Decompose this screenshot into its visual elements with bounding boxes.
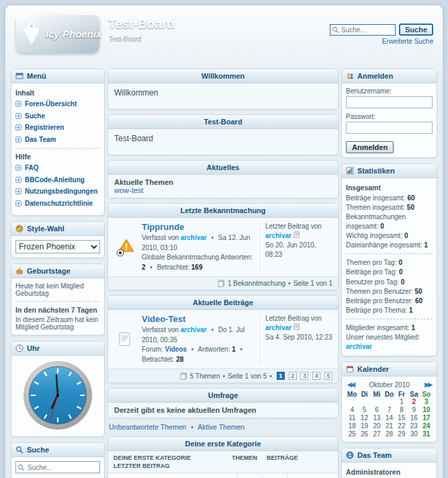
list-link[interactable]: Foren-Übersicht [25, 100, 77, 109]
list-link[interactable]: FAQ [25, 164, 39, 173]
calendar-day[interactable] [371, 398, 383, 405]
stat-value: 1 [409, 307, 413, 314]
calendar-day[interactable]: 14 [383, 414, 395, 422]
page-button[interactable]: 1 [277, 372, 285, 380]
plus-icon [15, 101, 21, 107]
portlet-title: Statistiken [357, 167, 395, 175]
list-link[interactable]: BBCode-Anleitung [25, 176, 85, 185]
list-item[interactable]: Das Team [15, 136, 100, 145]
list-item[interactable]: FAQ [15, 164, 100, 173]
portlet-title: Anmelden [357, 72, 393, 80]
list-link[interactable]: Registrieren [25, 124, 64, 132]
last-post-author-link[interactable]: archivar [265, 324, 292, 331]
plus-icon [15, 136, 21, 143]
calendar-day[interactable]: 25 [346, 430, 358, 438]
sidebar-search-input[interactable] [15, 461, 100, 473]
login-button[interactable]: Anmelden [346, 141, 394, 153]
list-item[interactable]: Registrieren [15, 124, 100, 132]
calendar-day[interactable] [383, 398, 395, 405]
calendar-day[interactable]: 19 [358, 422, 370, 430]
calendar-day[interactable]: 29 [396, 430, 408, 438]
list-link[interactable]: Nutzungsbedingungen [25, 188, 97, 196]
calendar-day[interactable]: 26 [358, 430, 370, 438]
calendar-day[interactable]: 16 [408, 414, 420, 422]
list-link[interactable]: Das Team [25, 136, 56, 145]
calendar-day[interactable]: 20 [371, 422, 383, 430]
announcement-warning-icon [114, 222, 136, 272]
calendar-day[interactable]: 21 [383, 422, 395, 430]
list-item[interactable]: Datenschutzrichtlinie [15, 200, 100, 208]
calendar-day[interactable]: 1 [396, 398, 408, 405]
calendar-day[interactable]: 12 [358, 414, 370, 422]
calendar-day[interactable]: 7 [383, 406, 395, 413]
page-button[interactable]: 3 [300, 372, 308, 380]
calendar-next-button[interactable]: ▶▶ [424, 381, 431, 388]
author-link[interactable]: archivar [181, 234, 207, 241]
calendar-day[interactable] [358, 398, 370, 405]
page-button[interactable]: 2 [289, 372, 297, 380]
calendar-day[interactable]: 27 [371, 430, 383, 438]
calendar-day[interactable]: 30 [408, 430, 420, 438]
unanswered-topics-link[interactable]: Unbeantwortete Themen [109, 423, 186, 431]
calendar-day[interactable]: 6 [371, 406, 383, 413]
header-banner: Icy Phoenix Test-Board Test-Board Suche … [5, 5, 443, 67]
list-item[interactable]: Foren-Übersicht [15, 100, 100, 109]
page-button[interactable]: 5 [324, 372, 332, 380]
recent-topic-link[interactable]: Video-Test [142, 314, 185, 324]
calendar-day[interactable]: 31 [420, 430, 433, 438]
goto-post-icon[interactable] [294, 231, 300, 238]
top-search-button[interactable]: Suche [399, 24, 433, 36]
newest-member-link[interactable]: archivar [346, 343, 372, 350]
calendar-day[interactable]: 13 [371, 414, 383, 422]
calendar-day[interactable]: 23 [408, 422, 420, 430]
calendar-day[interactable]: 4 [346, 406, 358, 413]
announcement-panel: Letzte Bekanntmachung Tipprunde [107, 203, 339, 290]
calendar-day[interactable]: 22 [396, 422, 408, 430]
calendar-day[interactable]: 24 [420, 422, 433, 430]
calendar-day[interactable]: 15 [396, 414, 408, 422]
calendar-day[interactable]: 17 [420, 414, 433, 422]
column-header-lastpost: LETZTER BEITRAG [108, 462, 338, 473]
calendar-day[interactable]: 2 [408, 398, 420, 405]
list-item[interactable]: BBCode-Anleitung [15, 176, 100, 185]
list-item[interactable]: Suche [15, 112, 100, 121]
stats-group-1: Beiträge insgesamt:60 Themen insgesamt:5… [346, 194, 433, 249]
news-topic-link[interactable]: wow-test [114, 186, 143, 194]
calendar-day[interactable]: 28 [383, 430, 395, 438]
site-logo[interactable]: Icy Phoenix [16, 14, 99, 53]
announcement-topic-link[interactable]: Tipprunde [142, 222, 184, 232]
calendar-day[interactable]: 5 [358, 406, 370, 413]
page-button[interactable]: 4 [312, 372, 320, 380]
top-search-input[interactable] [330, 24, 396, 36]
list-item[interactable]: Nutzungsbedingungen [15, 188, 100, 196]
password-field[interactable] [346, 122, 433, 134]
menu-group-hilfe: Hilfe [15, 153, 100, 161]
calendar-day-header: Di [358, 391, 370, 398]
list-link[interactable]: Datenschutzrichtlinie [25, 200, 93, 208]
calendar-day[interactable]: 3 [420, 398, 433, 405]
goto-post-icon[interactable] [294, 323, 300, 330]
calendar-prev-button[interactable]: ◀◀ [347, 381, 354, 388]
style-select[interactable]: Frozen Phoenix [15, 240, 100, 253]
last-post-author-link[interactable]: archivar [265, 232, 292, 239]
calendar-day[interactable]: 18 [346, 422, 358, 430]
calendar-day[interactable]: 11 [346, 414, 358, 422]
stat-row: Mitglieder insgesamt:1 [346, 323, 433, 332]
pages-icon [180, 372, 187, 380]
panel-title: Willkommen [108, 69, 338, 83]
birthdays-portlet: Geburtstage Heute hat kein Mitglied Gebu… [11, 264, 105, 335]
username-field[interactable] [346, 96, 433, 108]
portlet-title: Uhr [27, 344, 40, 352]
announcement-count: 1 Bekanntmachung [228, 280, 285, 287]
advanced-search-link[interactable]: Erweiterte Suche [330, 38, 433, 45]
admins-label: Administratoren [346, 468, 433, 476]
calendar-day[interactable]: 9 [408, 406, 420, 413]
list-link[interactable]: Suche [25, 112, 45, 121]
calendar-day[interactable] [346, 398, 358, 405]
author-link[interactable]: archivar [181, 326, 207, 333]
calendar-day[interactable]: 8 [396, 406, 408, 413]
forum-link[interactable]: Videos [165, 346, 187, 353]
calendar-day[interactable]: 10 [420, 406, 433, 413]
active-topics-link[interactable]: Aktive Themen [197, 423, 244, 431]
forum-icon [108, 473, 132, 478]
